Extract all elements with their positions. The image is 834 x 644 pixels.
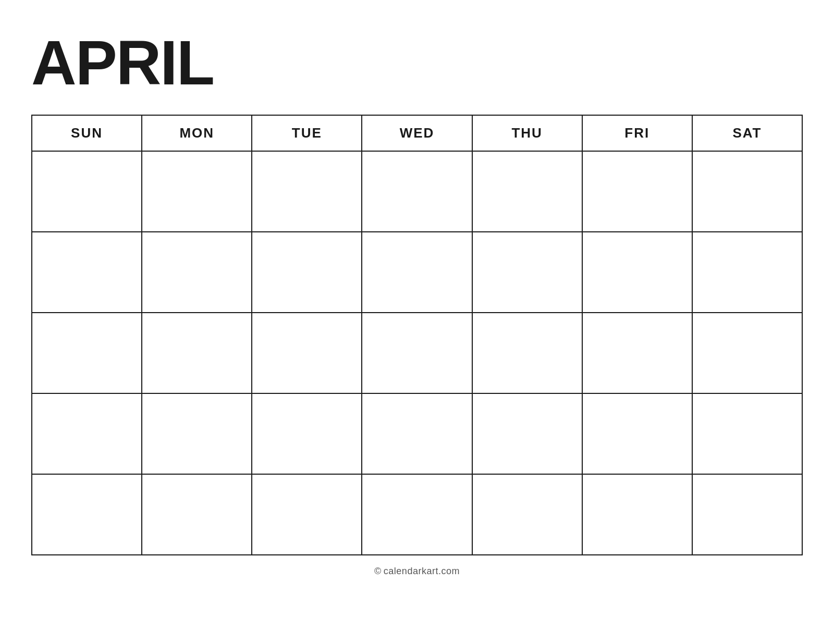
footer: © calendarkart.com bbox=[31, 566, 803, 577]
calendar-cell bbox=[582, 232, 692, 313]
page-container: APRIL SUN MON TUE WED THU FRI SAT bbox=[31, 31, 803, 577]
header-sat: SAT bbox=[692, 115, 802, 151]
calendar-cell bbox=[692, 474, 802, 555]
month-title: APRIL bbox=[31, 31, 803, 94]
calendar-cell bbox=[32, 232, 142, 313]
header-thu: THU bbox=[472, 115, 582, 151]
calendar-cell bbox=[582, 393, 692, 474]
calendar-cell bbox=[692, 151, 802, 232]
day-header-row: SUN MON TUE WED THU FRI SAT bbox=[32, 115, 802, 151]
site-url: calendarkart.com bbox=[384, 566, 460, 577]
calendar-cell bbox=[582, 474, 692, 555]
header-mon: MON bbox=[142, 115, 252, 151]
calendar-cell bbox=[142, 393, 252, 474]
calendar-cell bbox=[362, 232, 472, 313]
calendar-cell bbox=[142, 232, 252, 313]
header-sun: SUN bbox=[32, 115, 142, 151]
calendar-cell bbox=[472, 232, 582, 313]
table-row bbox=[32, 474, 802, 555]
calendar-cell bbox=[472, 313, 582, 393]
calendar-cell bbox=[362, 393, 472, 474]
calendar-cell bbox=[472, 474, 582, 555]
table-row bbox=[32, 313, 802, 393]
calendar-cell bbox=[252, 151, 362, 232]
calendar-cell bbox=[32, 151, 142, 232]
table-row bbox=[32, 393, 802, 474]
table-row bbox=[32, 151, 802, 232]
table-row bbox=[32, 232, 802, 313]
header-tue: TUE bbox=[252, 115, 362, 151]
calendar-cell bbox=[142, 313, 252, 393]
calendar-cell bbox=[472, 151, 582, 232]
calendar-cell bbox=[692, 232, 802, 313]
calendar-cell bbox=[362, 474, 472, 555]
calendar-cell bbox=[252, 474, 362, 555]
calendar-cell bbox=[582, 313, 692, 393]
calendar-cell bbox=[252, 393, 362, 474]
calendar-cell bbox=[32, 393, 142, 474]
calendar-cell bbox=[692, 393, 802, 474]
calendar-cell bbox=[362, 151, 472, 232]
copyright-text: © calendarkart.com bbox=[374, 566, 460, 577]
calendar-cell bbox=[582, 151, 692, 232]
calendar-table: SUN MON TUE WED THU FRI SAT bbox=[31, 115, 803, 555]
calendar-cell bbox=[142, 474, 252, 555]
calendar-cell bbox=[32, 313, 142, 393]
calendar-cell bbox=[32, 474, 142, 555]
calendar-cell bbox=[142, 151, 252, 232]
header-fri: FRI bbox=[582, 115, 692, 151]
copyright-symbol: © bbox=[374, 566, 382, 577]
calendar-cell bbox=[252, 232, 362, 313]
calendar-cell bbox=[362, 313, 472, 393]
calendar-cell bbox=[692, 313, 802, 393]
header-wed: WED bbox=[362, 115, 472, 151]
calendar-cell bbox=[472, 393, 582, 474]
calendar-cell bbox=[252, 313, 362, 393]
